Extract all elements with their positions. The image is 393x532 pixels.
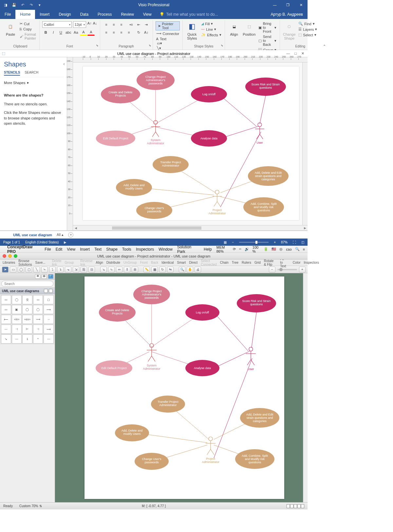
diagram-scroll[interactable]: Create and DeleteProjects Change Project… xyxy=(73,62,302,225)
doc-minimize-button[interactable]: — xyxy=(286,51,290,56)
tb-back[interactable]: Back xyxy=(151,261,158,264)
cut-button[interactable]: ✂Cut xyxy=(19,21,37,26)
tb-distribute[interactable]: Distribute xyxy=(106,261,120,264)
diagram-page[interactable]: Create and DeleteProjects Change Project… xyxy=(83,66,299,220)
menu-file[interactable]: File xyxy=(45,247,51,252)
page-tab[interactable]: UML use case diagram xyxy=(13,233,52,237)
tb-align[interactable]: Align xyxy=(96,261,103,264)
collapse-ribbon-button[interactable]: ⌃ xyxy=(320,20,328,50)
menubar-user[interactable]: cso xyxy=(286,247,291,251)
underline-button[interactable]: U xyxy=(57,29,65,36)
tool-chain[interactable]: ⛓ xyxy=(81,267,87,273)
stencil-item[interactable]: ⟶ xyxy=(44,325,54,334)
undo-icon[interactable]: ↶ xyxy=(20,2,26,8)
layer-btn[interactable] xyxy=(287,504,290,508)
find-button[interactable]: 🔍Find ▾ xyxy=(298,21,318,26)
font-color-button[interactable]: A xyxy=(87,29,95,36)
menu-insert[interactable]: Insert xyxy=(80,247,90,252)
stencil-item[interactable]: ▭ xyxy=(1,295,11,304)
tool-valign[interactable]: ⇕ xyxy=(124,267,130,273)
add-page-button[interactable]: + xyxy=(68,232,73,238)
tb-grid[interactable]: Grid xyxy=(254,261,261,264)
user-name[interactable]: Артур В. Андреев xyxy=(266,10,308,19)
tool-rect[interactable]: ▭ xyxy=(10,267,16,273)
restore-button[interactable]: ❐ xyxy=(281,0,294,10)
stencil-item[interactable]: ◯ xyxy=(22,305,32,314)
position-button[interactable]: ⬚Position xyxy=(243,21,256,52)
tb-color[interactable]: Color xyxy=(293,261,301,264)
doc-close-button[interactable]: ✕ xyxy=(301,51,304,56)
tool-line[interactable]: ╲ xyxy=(33,267,40,273)
sync-icon[interactable]: ⟳ xyxy=(233,247,236,251)
connector-tool-button[interactable]: ⟿Connector xyxy=(156,31,180,36)
layer-btn[interactable] xyxy=(290,504,293,508)
tab-process[interactable]: Process xyxy=(93,10,116,19)
rotate-button[interactable]: ↻ xyxy=(135,29,142,36)
decrease-font-button[interactable]: A↓ xyxy=(93,21,97,28)
tool-conn2[interactable]: ⤵ xyxy=(49,267,56,273)
quick-styles-button[interactable]: ◧ QuickStyles xyxy=(185,21,198,44)
indent-dec-button[interactable]: ⇤ xyxy=(135,21,142,28)
tb-reverse[interactable]: Reverse link xyxy=(80,259,92,266)
wifi-icon[interactable]: ⌔ xyxy=(239,247,241,251)
stencil-item[interactable]: ◯ xyxy=(33,305,43,314)
pan-window-icon[interactable]: ◫ xyxy=(301,240,304,244)
stencil-item[interactable]: — xyxy=(1,325,11,334)
select-button[interactable]: ⬚Select ▾ xyxy=(298,32,318,37)
tool-rrect[interactable]: ▢ xyxy=(26,267,32,273)
zoom-out-button[interactable]: − xyxy=(232,240,234,244)
fit-page-icon[interactable]: ⛶ xyxy=(293,240,296,244)
qat-more-icon[interactable]: ▾ xyxy=(37,2,43,8)
tb-identical[interactable]: Identical xyxy=(161,261,174,264)
text-tool-button[interactable]: AText xyxy=(156,37,180,41)
menu-inspectors[interactable]: Inspectors xyxy=(136,247,154,252)
tb-save[interactable]: Save... xyxy=(35,261,46,264)
stencil-item[interactable]: ⊣ xyxy=(12,325,22,334)
tab-file[interactable]: File xyxy=(0,10,15,19)
menu-shape[interactable]: Shape xyxy=(106,247,118,252)
tb-direct[interactable]: Direct xyxy=(189,261,197,264)
zoom-slider[interactable] xyxy=(239,242,269,243)
close-button[interactable]: ✕ xyxy=(294,0,308,10)
layers-button[interactable]: ☰Layers ▾ xyxy=(298,27,318,32)
tool-curve[interactable]: ∿ xyxy=(108,267,115,273)
menu-text[interactable]: Text xyxy=(94,247,102,252)
tool-tree[interactable]: ⊟ xyxy=(88,267,95,273)
panel-search-btn[interactable]: 🔍 xyxy=(48,274,53,279)
highlight-button[interactable]: A xyxy=(80,29,87,36)
stencil-item[interactable]: ▭ xyxy=(33,295,43,304)
tool-conn3[interactable]: ↴ xyxy=(57,267,64,273)
tab-insert[interactable]: Insert xyxy=(35,10,54,19)
tell-me[interactable]: 💡 Tell me what you want to do... xyxy=(159,10,218,19)
change-shape-button[interactable]: ⬡ChangeShape xyxy=(283,21,296,44)
zoom-traffic[interactable] xyxy=(14,254,17,258)
tab-view[interactable]: View xyxy=(139,10,156,19)
align-top-button[interactable]: ≡ xyxy=(103,21,110,28)
align-bot-button[interactable]: ≡ xyxy=(118,21,125,28)
font-family-select[interactable]: Calibri xyxy=(42,21,72,28)
stencil-item[interactable]: ▣ xyxy=(12,305,22,314)
bold-button[interactable]: B xyxy=(42,29,49,36)
search-tab[interactable]: SEARCH xyxy=(25,71,38,76)
tool-arrow[interactable]: ↘ xyxy=(100,267,107,273)
stencil-item[interactable]: «ex» xyxy=(22,315,32,324)
bring-front-button[interactable]: ▣Bring to Front ▾ xyxy=(258,21,277,34)
justify-button[interactable]: ≡ xyxy=(125,29,133,36)
zoom-in-button[interactable]: + xyxy=(299,267,306,273)
huh-icon[interactable]: ◎ xyxy=(279,247,283,251)
layer-btn[interactable] xyxy=(297,504,301,508)
tb-browse[interactable]: Browse Solutions xyxy=(18,259,32,266)
library-title[interactable]: UML use case diagrams xyxy=(0,288,55,294)
tool-ellipse[interactable]: ◯ xyxy=(18,267,24,273)
tab-home[interactable]: Home xyxy=(15,10,35,19)
tb-ungroup[interactable]: UnGroup xyxy=(123,261,137,264)
shapes-collapse-button[interactable]: ‹ xyxy=(63,61,65,66)
close-traffic[interactable] xyxy=(3,254,6,258)
tb-selconn[interactable]: Select Connected xyxy=(201,259,216,266)
cd-canvas[interactable]: Create and DeleteProjects Change Project… xyxy=(84,276,284,499)
tool-rulers[interactable]: 📏 xyxy=(143,267,150,273)
min-traffic[interactable] xyxy=(8,254,12,258)
stencil-item[interactable]: 1 xyxy=(22,334,32,344)
stencil-item[interactable]: 웃 xyxy=(22,295,32,304)
library-search-input[interactable] xyxy=(1,281,53,287)
